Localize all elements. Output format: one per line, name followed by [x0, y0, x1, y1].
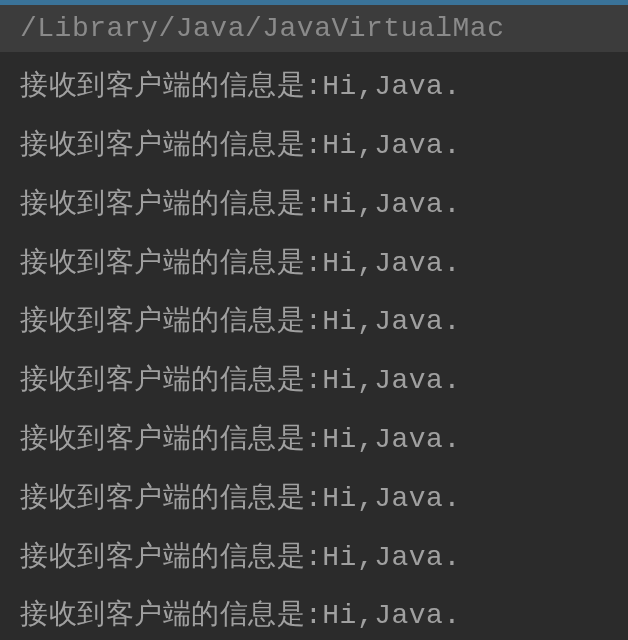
execution-path-header: /Library/Java/JavaVirtualMac	[0, 5, 628, 52]
console-line: 接收到客户端的信息是:Hi,Java.	[20, 235, 628, 294]
console-line: 接收到客户端的信息是:Hi,Java.	[20, 117, 628, 176]
console-line: 接收到客户端的信息是:Hi,Java.	[20, 58, 628, 117]
console-line: 接收到客户端的信息是:Hi,Java.	[20, 176, 628, 235]
console-line: 接收到客户端的信息是:Hi,Java.	[20, 352, 628, 411]
java-path-text: /Library/Java/JavaVirtualMac	[20, 13, 504, 44]
console-line: 接收到客户端的信息是:Hi,Java.	[20, 470, 628, 529]
console-line: 接收到客户端的信息是:Hi,Java.	[20, 293, 628, 352]
console-line: 接收到客户端的信息是:Hi,Java.	[20, 587, 628, 640]
console-line: 接收到客户端的信息是:Hi,Java.	[20, 411, 628, 470]
console-line: 接收到客户端的信息是:Hi,Java.	[20, 529, 628, 588]
console-output-panel: 接收到客户端的信息是:Hi,Java. 接收到客户端的信息是:Hi,Java. …	[0, 52, 628, 640]
